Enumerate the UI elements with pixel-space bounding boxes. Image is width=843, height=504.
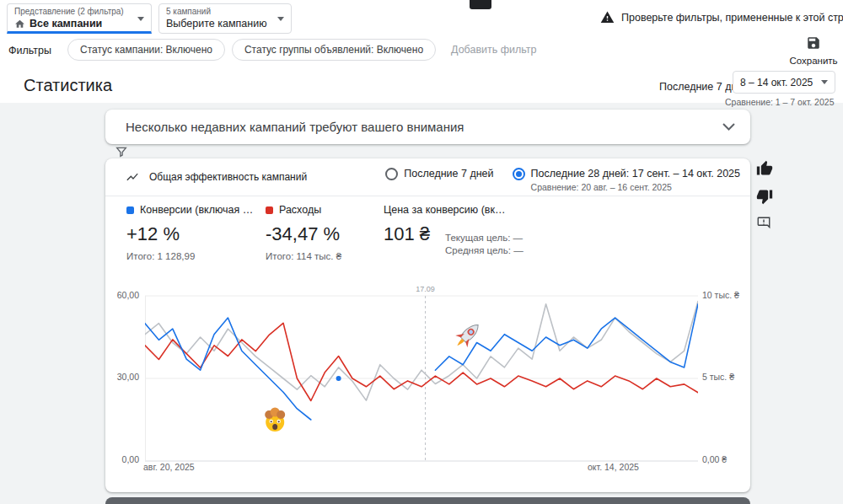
view-selector-label: Представление (2 фильтра) <box>14 7 124 16</box>
metric-total: Итого: 114 тыс. ₴ <box>266 251 341 261</box>
save-icon <box>806 35 821 51</box>
thumb-up-icon[interactable] <box>756 160 773 177</box>
campaign-selector-label: 5 кампаний <box>166 7 211 16</box>
radio-selected-icon[interactable] <box>513 168 525 180</box>
y-axis-right-tick: 10 тыс. ₴ <box>702 290 739 300</box>
period-option-label: Последние 7 дней <box>404 168 493 180</box>
x-axis-tick-start: авг. 20, 2025 <box>143 462 195 472</box>
period-radio-group: Последние 7 дней Последние 28 дней: 17 с… <box>385 165 740 192</box>
thumb-down-icon[interactable] <box>756 188 773 205</box>
view-selector[interactable]: Представление (2 фильтра) Все кампании <box>7 3 152 34</box>
period-option-comparison: Сравнение: 20 авг. – 16 сент. 2025 <box>531 182 740 192</box>
exploding-head-annotation <box>265 408 285 432</box>
filters-title: Фильтры <box>8 45 51 56</box>
warning-icon <box>600 10 615 24</box>
warning-text: Проверьте фильтры, примененные к этой ст… <box>621 12 843 24</box>
metric-total: Итого: 1 128,99 <box>126 251 253 261</box>
metric-cost-per-conversion: Цена за конверсию (вк… 101 ₴ Текущая цел… <box>384 204 524 257</box>
attention-banner[interactable]: Несколько недавних кампаний требуют ваше… <box>105 110 750 144</box>
attention-banner-text: Несколько недавних кампаний требуют ваше… <box>126 120 722 134</box>
campaign-selector-value: Выберите кампанию <box>166 18 267 29</box>
view-selector-value: Все кампании <box>30 18 102 29</box>
y-axis-left-tick: 60,00 <box>105 290 139 300</box>
radio-unselected-icon[interactable] <box>385 168 398 180</box>
page-title: Статистика <box>24 76 112 95</box>
metric-label: Конверсии (включая … <box>140 204 253 216</box>
home-icon <box>14 19 25 29</box>
chevron-down-icon <box>137 17 144 21</box>
period-option-28days[interactable]: Последние 28 дней: 17 сент. – 14 окт. 20… <box>513 165 740 192</box>
date-range-selector[interactable]: 8 – 14 окт. 2025 <box>733 71 835 94</box>
save-button[interactable]: Сохранить <box>787 35 840 66</box>
ads-statistics-page: Представление (2 фильтра) Все кампании 5… <box>0 0 843 504</box>
chevron-down-icon <box>277 17 284 21</box>
screenshot-artifact <box>470 0 491 9</box>
performance-chart[interactable]: 17.09 <box>145 284 698 463</box>
filter-funnel-icon <box>115 145 128 158</box>
metric-value: +12 % <box>126 223 253 245</box>
save-label: Сохранить <box>787 56 840 66</box>
campaign-selector[interactable]: 5 кампаний Выберите кампанию <box>158 3 292 34</box>
chevron-down-icon[interactable] <box>722 123 735 131</box>
date-range-comparison: Сравнение: 1 – 7 окт. 2025 <box>725 97 834 107</box>
x-axis-tick-end: окт. 14, 2025 <box>588 462 639 472</box>
feedback-column <box>756 160 773 231</box>
metric-value: -34,47 % <box>266 223 341 245</box>
rocket-annotation <box>451 319 484 351</box>
svg-text:17.09: 17.09 <box>416 285 435 293</box>
performance-card: Общая эффективность кампаний Последние 7… <box>105 158 750 492</box>
goal-current: Текущая цель: — <box>445 232 524 244</box>
y-axis-right-tick: 5 тыс. ₴ <box>702 372 734 382</box>
performance-card-header: Общая эффективность кампаний Последние 7… <box>105 158 750 196</box>
metric-cost: Расходы -34,47 % Итого: 114 тыс. ₴ <box>266 204 341 261</box>
metric-conversions: Конверсии (включая … +12 % Итого: 1 128,… <box>126 204 253 261</box>
period-option-7days[interactable]: Последние 7 дней <box>385 165 493 180</box>
filter-chip-campaign-status[interactable]: Статус кампании: Включено <box>67 39 225 61</box>
performance-card-title: Общая эффективность кампаний <box>149 171 307 183</box>
chevron-down-icon <box>821 80 828 84</box>
y-axis-left-tick: 30,00 <box>105 372 139 382</box>
metric-label: Цена за конверсию (вк… <box>384 204 505 216</box>
feedback-icon[interactable] <box>756 216 771 231</box>
metric-label: Расходы <box>279 204 321 216</box>
y-axis-left-tick: 0,00 <box>105 454 139 464</box>
goal-average: Средняя цель: — <box>445 244 524 257</box>
conversions-legend-swatch <box>126 206 134 214</box>
filter-chip-adgroup-status[interactable]: Статус группы объявлений: Включено <box>232 39 436 61</box>
metric-value: 101 ₴ <box>384 223 430 245</box>
cost-legend-swatch <box>266 206 273 214</box>
date-range-value: 8 – 14 окт. 2025 <box>740 77 816 88</box>
add-filter-button[interactable]: Добавить фильтр <box>451 44 537 56</box>
y-axis-right-tick: 0,00 ₴ <box>702 454 727 464</box>
filters-warning: Проверьте фильтры, примененные к этой ст… <box>600 10 843 24</box>
period-option-label: Последние 28 дней: 17 сент. – 14 окт. 20… <box>531 168 740 180</box>
next-card-top-edge <box>105 497 750 504</box>
line-chart-icon <box>126 170 139 184</box>
